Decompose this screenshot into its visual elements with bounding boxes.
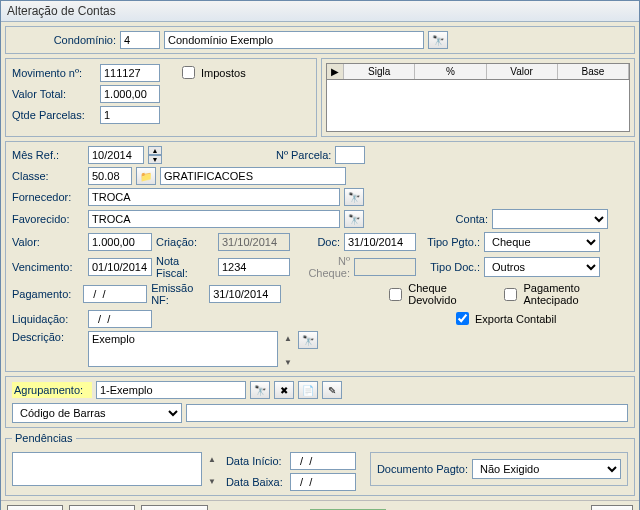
impostos-check-input[interactable] [182, 66, 195, 79]
cheque-dev-label: Cheque Devolvido [408, 282, 490, 306]
data-inicio-input[interactable] [290, 452, 356, 470]
conta-select[interactable] [492, 209, 608, 229]
desc-label: Descrição: [12, 331, 84, 343]
pendencias-textarea[interactable] [12, 452, 202, 486]
scroll-down-icon[interactable] [284, 355, 292, 367]
mov-num-input[interactable] [100, 64, 160, 82]
grid-row-marker: ▶ [327, 64, 344, 79]
footer: GGravarravar Cancelar Apropriar GROUPGED… [1, 500, 639, 510]
tipodoc-label: Tipo Doc.: [420, 261, 480, 273]
condo-label: Condomínio: [12, 34, 116, 46]
qtde-label: Qtde Parcelas: [12, 109, 96, 121]
title-bar: Alteração de Contas [1, 1, 639, 22]
nf-label: Nota Fiscal: [156, 255, 214, 279]
parcela-input[interactable] [335, 146, 365, 164]
data-baixa-input[interactable] [290, 473, 356, 491]
mes-input[interactable] [88, 146, 144, 164]
valor-input[interactable] [88, 233, 152, 251]
parcela-label: Nº Parcela: [276, 149, 331, 161]
pag-antec-checkbox[interactable]: Pagamento Antecipado [500, 282, 628, 306]
apropriar-button[interactable]: Apropriar [141, 505, 208, 510]
mov-num-label: Movimento nº: [12, 67, 96, 79]
pag-label: Pagamento: [12, 288, 79, 300]
docpgto-box: Documento Pagto: Não Exigido [370, 452, 628, 486]
tipodoc-select[interactable]: Outros [484, 257, 600, 277]
docpgto-select[interactable]: Não Exigido [472, 459, 621, 479]
liq-input[interactable] [88, 310, 152, 328]
impostos-checkbox[interactable]: Impostos [178, 63, 246, 82]
conta-label: Conta: [368, 213, 488, 225]
doc-input[interactable] [344, 233, 416, 251]
emnf-input[interactable] [209, 285, 281, 303]
gravar-button[interactable]: GGravarravar [7, 505, 63, 510]
criacao-input [218, 233, 290, 251]
cheque-dev-checkbox[interactable]: Cheque Devolvido [385, 282, 490, 306]
doc-label: Doc: [294, 236, 340, 248]
binoculars-icon[interactable]: 🔭 [344, 188, 364, 206]
cancelar-button[interactable]: Cancelar [69, 505, 135, 510]
grid-body[interactable] [326, 80, 630, 132]
mes-up-icon[interactable]: ▲ [148, 146, 162, 155]
liq-label: Liquidação: [12, 313, 84, 325]
delete-icon[interactable]: ✖ [274, 381, 294, 399]
emnf-label: Emissão NF: [151, 282, 205, 306]
agrupamento-box: Agrupamento: 🔭 ✖ 📄 ✎ Código de Barras [5, 376, 635, 428]
fav-input[interactable] [88, 210, 340, 228]
exporta-checkbox[interactable]: Exporta Contabil [452, 309, 556, 328]
forn-input[interactable] [88, 188, 340, 206]
pendencias-box: Pendências Data Início: Data Baixa: [5, 432, 635, 496]
exporta-input[interactable] [456, 312, 469, 325]
binoculars-icon[interactable]: 🔭 [344, 210, 364, 228]
nf-input[interactable] [218, 258, 290, 276]
desc-textarea[interactable]: Exemplo [88, 331, 278, 367]
binoculars-icon[interactable]: 🔭 [298, 331, 318, 349]
exporta-label: Exporta Contabil [475, 313, 556, 325]
tipopgto-label: Tipo Pgto.: [420, 236, 480, 248]
cheque-input [354, 258, 416, 276]
form-icon[interactable]: 📄 [298, 381, 318, 399]
content: Condomínio: 🔭 Movimento nº: Impostos V [1, 22, 639, 500]
scroll-down-icon[interactable] [208, 474, 216, 486]
mes-spinner[interactable]: ▲ ▼ [148, 146, 162, 164]
forn-label: Fornecedor: [12, 191, 84, 203]
scroll-up-icon[interactable] [208, 452, 216, 464]
grid-header: ▶ Sigla % Valor Base [326, 63, 630, 80]
main-form-box: Mês Ref.: ▲ ▼ Nº Parcela: Classe: 📁 Forn… [5, 141, 635, 372]
pag-input[interactable] [83, 285, 147, 303]
wand-icon[interactable]: ✎ [322, 381, 342, 399]
agr-input[interactable] [96, 381, 246, 399]
classe-input[interactable] [88, 167, 132, 185]
venc-input[interactable] [88, 258, 152, 276]
grid-col-pct[interactable]: % [415, 64, 486, 79]
mes-down-icon[interactable]: ▼ [148, 155, 162, 164]
cheque-dev-input[interactable] [389, 288, 402, 301]
barcode-input[interactable] [186, 404, 628, 422]
scroll-up-icon[interactable] [284, 331, 292, 343]
cheque-label: Nº Cheque: [294, 255, 350, 279]
barcode-type-select[interactable]: Código de Barras [12, 403, 182, 423]
grid-col-valor[interactable]: Valor [487, 64, 558, 79]
binoculars-icon[interactable]: 🔭 [250, 381, 270, 399]
valor-label: Valor: [12, 236, 84, 248]
condo-box: Condomínio: 🔭 [5, 26, 635, 54]
pendencias-legend: Pendências [12, 432, 76, 444]
grid-col-sigla[interactable]: Sigla [344, 64, 415, 79]
sair-button[interactable]: Sair [591, 505, 633, 510]
condo-code-input[interactable] [120, 31, 160, 49]
condo-name-input[interactable] [164, 31, 424, 49]
folder-icon[interactable]: 📁 [136, 167, 156, 185]
valor-total-input[interactable] [100, 85, 160, 103]
agr-label: Agrupamento: [12, 382, 92, 398]
mes-label: Mês Ref.: [12, 149, 84, 161]
fav-label: Favorecido: [12, 213, 84, 225]
binoculars-icon[interactable]: 🔭 [428, 31, 448, 49]
tipopgto-select[interactable]: Cheque [484, 232, 600, 252]
data-baixa-label: Data Baixa: [226, 476, 286, 488]
criacao-label: Criação: [156, 236, 214, 248]
grid-col-base[interactable]: Base [558, 64, 629, 79]
impostos-label: Impostos [201, 67, 246, 79]
classe-desc-input[interactable] [160, 167, 346, 185]
data-inicio-label: Data Início: [226, 455, 286, 467]
pag-antec-input[interactable] [504, 288, 517, 301]
qtde-input[interactable] [100, 106, 160, 124]
